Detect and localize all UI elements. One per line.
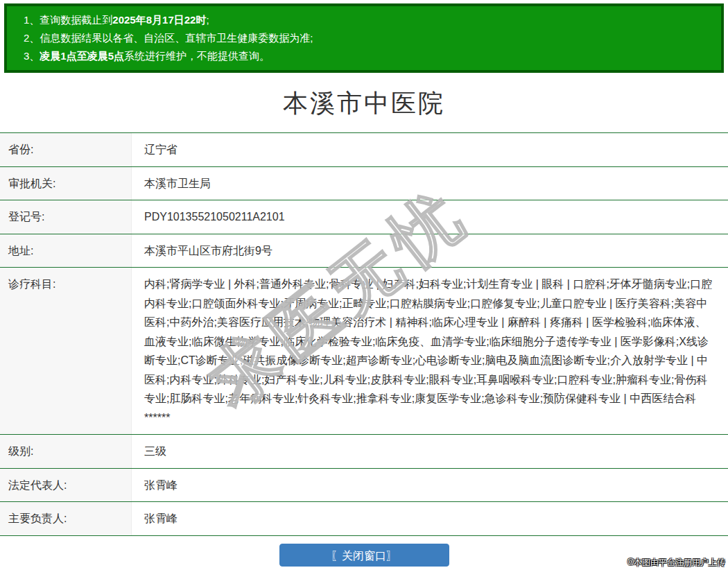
field-label-province: 省份: [0, 133, 132, 166]
table-row-registration-number: 登记号: PDY10135521050211A2101 [0, 200, 728, 234]
field-value-principal: 张霄峰 [132, 502, 728, 535]
close-window-button[interactable]: 〖关闭窗口〗 [279, 544, 449, 567]
field-label-registration-number: 登记号: [0, 200, 132, 234]
field-value-registration-number: PDY10135521050211A2101 [132, 200, 728, 234]
notice-text: 信息数据结果以各省、自治区、直辖市卫生健康委数据为准; [40, 32, 313, 44]
button-bar: 〖关闭窗口〗 [0, 544, 728, 567]
table-row-principal: 主要负责人: 张霄峰 [0, 502, 728, 536]
notice-number: 3、 [24, 50, 40, 62]
field-value-treatment-subjects: 内科;肾病学专业 | 外科;普通外科专业;骨科专业 | 妇产科;妇科专业;计划生… [132, 268, 728, 434]
table-row-address: 地址: 本溪市平山区市府北街9号 [0, 234, 728, 268]
page-title: 本溪市中医院 [0, 88, 728, 118]
notice-bold-text: 凌晨1点至凌晨5点 [40, 50, 124, 62]
field-value-level: 三级 [132, 435, 728, 468]
notice-line-2: 2、信息数据结果以各省、自治区、直辖市卫生健康委数据为准; [24, 29, 714, 47]
field-label-approval-authority: 审批机关: [0, 167, 132, 200]
table-row-level: 级别: 三级 [0, 435, 728, 469]
field-label-level: 级别: [0, 435, 132, 468]
table-row-province: 省份: 辽宁省 [0, 133, 728, 167]
field-value-province: 辽宁省 [132, 133, 728, 166]
notice-number: 1、 [24, 14, 40, 26]
notice-line-3: 3、凌晨1点至凌晨5点系统进行维护，不能提供查询。 [24, 47, 714, 65]
field-value-approval-authority: 本溪市卫生局 [132, 167, 728, 200]
notice-text: ; [206, 14, 209, 26]
field-value-address: 本溪市平山区市府北街9号 [132, 234, 728, 268]
notice-bold-text: 2025年8月17日22时 [112, 14, 206, 26]
table-row-treatment-subjects: 诊疗科目: 内科;肾病学专业 | 外科;普通外科专业;骨科专业 | 妇产科;妇科… [0, 268, 728, 435]
field-label-treatment-subjects: 诊疗科目: [0, 268, 132, 434]
notice-number: 2、 [24, 32, 40, 44]
photo-credit-note: ©本图由平台注册用户上传 [627, 557, 725, 569]
notice-text: 系统进行维护，不能提供查询。 [124, 50, 270, 62]
notice-text: 查询数据截止到 [40, 14, 112, 26]
field-value-legal-representative: 张霄峰 [132, 469, 728, 502]
notice-line-1: 1、查询数据截止到2025年8月17日22时; [24, 11, 714, 29]
table-row-legal-representative: 法定代表人: 张霄峰 [0, 469, 728, 503]
field-label-legal-representative: 法定代表人: [0, 469, 132, 502]
notice-banner: 1、查询数据截止到2025年8月17日22时; 2、信息数据结果以各省、自治区、… [4, 3, 724, 73]
table-row-approval-authority: 审批机关: 本溪市卫生局 [0, 167, 728, 201]
field-label-principal: 主要负责人: [0, 502, 132, 535]
field-label-address: 地址: [0, 234, 132, 268]
hospital-info-table: 省份: 辽宁省 审批机关: 本溪市卫生局 登记号: PDY10135521050… [0, 132, 728, 536]
